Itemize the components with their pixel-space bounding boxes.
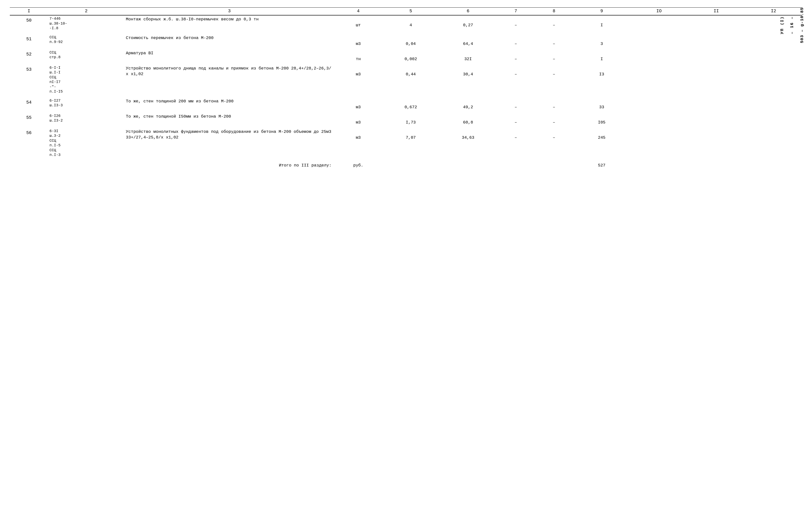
table-row: 52ССЦ стр.8Арматура BIтн0,00232I––I [10, 49, 802, 62]
cell-5-7: – [535, 113, 573, 126]
cell-3-10 [688, 64, 745, 95]
cell-2-7: – [535, 49, 573, 62]
cell-3-5: 30,4 [440, 64, 497, 95]
cell-2-9 [630, 49, 688, 62]
spacer-row [10, 95, 802, 98]
cell-1-0: 51 [10, 34, 48, 47]
side-text: 503 – g-10.85 – 16 – УП (I) [780, 7, 805, 43]
cell-2-8: I [573, 49, 630, 62]
cell-5-8: I05 [573, 113, 630, 126]
cell-2-0: 52 [10, 49, 48, 62]
cell-0-9 [630, 15, 688, 32]
side-middle: – 16 – [790, 16, 795, 34]
cell-4-2: То же, стен толщиной 200 мм из бетона М-… [124, 97, 334, 111]
cell-6-0: 56 [10, 128, 48, 159]
table-row: 51ССЦ п.9-92Стоимость перемычек из бетон… [10, 34, 802, 47]
cell-1-9 [630, 34, 688, 47]
main-table: I 2 3 4 5 6 7 8 9 IO II I2 507-446 ш.38-… [10, 7, 802, 169]
cell-5-4: I,73 [382, 113, 439, 126]
page-container: 503 – g-10.85 – 16 – УП (I) I 2 3 4 5 [10, 7, 802, 169]
cell-2-5: 32I [440, 49, 497, 62]
cell-4-5: 49,2 [440, 97, 497, 111]
cell-5-10 [688, 113, 745, 126]
cell-0-7: – [535, 15, 573, 32]
cell-5-0: 55 [10, 113, 48, 126]
cell-3-3: м3 [334, 64, 382, 95]
cell-4-7: – [535, 97, 573, 111]
cell-5-3: м3 [334, 113, 382, 126]
cell-0-3: шт [334, 15, 382, 32]
cell-2-6: – [497, 49, 535, 62]
cell-2-11 [745, 49, 802, 62]
cell-1-8: 3 [573, 34, 630, 47]
cell-1-3: м3 [334, 34, 382, 47]
cell-6-11 [745, 128, 802, 159]
cell-6-9 [630, 128, 688, 159]
cell-4-8: 33 [573, 97, 630, 111]
cell-3-2: Устройство монолитного днища под каналы … [124, 64, 334, 95]
col-header-3: 3 [124, 7, 334, 16]
table-row: 546-I27 ш.I3-3То же, стен толщиной 200 м… [10, 97, 802, 111]
cell-5-11 [745, 113, 802, 126]
col-header-5: 5 [382, 7, 439, 16]
col-header-2: 2 [48, 7, 124, 16]
itogo-row: Итого по III разделу:руб.527 [10, 161, 802, 169]
cell-0-1: 7-446 ш.38-10- -I.8 [48, 15, 124, 32]
cell-0-10 [688, 15, 745, 32]
cell-1-10 [688, 34, 745, 47]
cell-4-1: 6-I27 ш.I3-3 [48, 97, 124, 111]
cell-4-4: 0,672 [382, 97, 439, 111]
cell-4-3: м3 [334, 97, 382, 111]
col-header-7: 7 [497, 7, 535, 16]
col-header-6: 6 [440, 7, 497, 16]
cell-5-2: То же, стен толщиной I50мм из бетона М-2… [124, 113, 334, 126]
table-row: 507-446 ш.38-10- -I.8Монтаж сборных ж.б.… [10, 15, 802, 32]
cell-3-8: I3 [573, 64, 630, 95]
table-row: 556-I26 ш.I3-2То же, стен толщиной I50мм… [10, 113, 802, 126]
cell-4-6: – [497, 97, 535, 111]
cell-0-8: I [573, 15, 630, 32]
col-header-9: 9 [573, 7, 630, 16]
spacer-row [10, 32, 802, 34]
cell-1-2: Стоимость перемычек из бетона М-200 [124, 34, 334, 47]
side-top: 503 – g-10.85 [800, 7, 805, 43]
spacer-row [10, 47, 802, 49]
cell-6-4: 7,07 [382, 128, 439, 159]
cell-2-4: 0,002 [382, 49, 439, 62]
cell-2-10 [688, 49, 745, 62]
cell-5-1: 6-I26 ш.I3-2 [48, 113, 124, 126]
table-row: 536-I-I ш.I-I ССЦ пI-I7 -"- п.I-I5Устрой… [10, 64, 802, 95]
cell-4-10 [688, 97, 745, 111]
spacer-row [10, 126, 802, 128]
cell-3-7: – [535, 64, 573, 95]
cell-1-4: 0,04 [382, 34, 439, 47]
cell-4-0: 54 [10, 97, 48, 111]
cell-3-0: 53 [10, 64, 48, 95]
col-header-8: 8 [535, 7, 573, 16]
cell-4-9 [630, 97, 688, 111]
col-header-4: 4 [334, 7, 382, 16]
cell-6-6: – [497, 128, 535, 159]
cell-6-2: Устройство монолитных фундаментов под об… [124, 128, 334, 159]
cell-1-1: ССЦ п.9-92 [48, 34, 124, 47]
cell-0-2: Монтаж сборных ж.б. ш.38-I0-перемычек ве… [124, 15, 334, 32]
cell-0-4: 4 [382, 15, 439, 32]
cell-5-5: 60,8 [440, 113, 497, 126]
side-bottom: УП (I) [780, 16, 785, 34]
cell-3-4: 0,44 [382, 64, 439, 95]
table-row: 566-3I ш.3-2 ССЦ п.I-5 ССЦ п.I-3Устройст… [10, 128, 802, 159]
col-header-1: I [10, 7, 48, 16]
header-row: I 2 3 4 5 6 7 8 9 IO II I2 [10, 7, 802, 16]
spacer-row [10, 111, 802, 113]
cell-4-11 [745, 97, 802, 111]
cell-6-7: – [535, 128, 573, 159]
spacer-row [10, 159, 802, 161]
cell-1-6: – [497, 34, 535, 47]
spacer-row [10, 62, 802, 65]
cell-5-6: – [497, 113, 535, 126]
cell-6-5: 34,63 [440, 128, 497, 159]
col-header-11: II [688, 7, 745, 16]
cell-2-2: Арматура BI [124, 49, 334, 62]
cell-1-7: – [535, 34, 573, 47]
cell-3-6: – [497, 64, 535, 95]
